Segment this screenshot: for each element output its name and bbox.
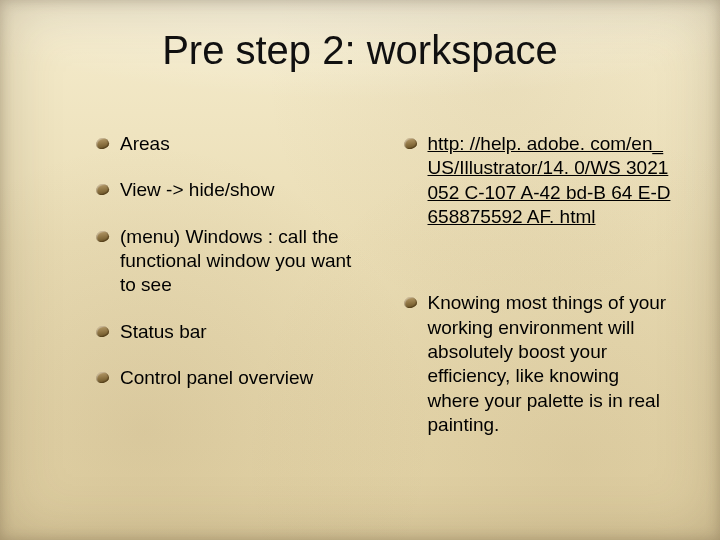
list-item-label: Areas xyxy=(120,133,170,154)
left-bullet-list: Areas View -> hide/show (menu) Windows :… xyxy=(96,132,356,390)
list-item: View -> hide/show xyxy=(96,178,356,202)
slide: Pre step 2: workspace Areas View -> hide… xyxy=(0,0,720,540)
list-item: (menu) Windows : call the functional win… xyxy=(96,225,356,298)
slide-title: Pre step 2: workspace xyxy=(0,28,720,73)
help-link[interactable]: http: //help. adobe. com/en_US/Illustrat… xyxy=(428,133,671,227)
left-column: Areas View -> hide/show (menu) Windows :… xyxy=(96,132,356,510)
note-text: Knowing most things of your working envi… xyxy=(428,292,667,435)
list-item: Knowing most things of your working envi… xyxy=(404,291,676,437)
list-item-label: Status bar xyxy=(120,321,207,342)
list-item-label: (menu) Windows : call the functional win… xyxy=(120,226,351,296)
content-columns: Areas View -> hide/show (menu) Windows :… xyxy=(96,132,676,510)
list-item-label: Control panel overview xyxy=(120,367,313,388)
list-item: Areas xyxy=(96,132,356,156)
right-bullet-list: http: //help. adobe. com/en_US/Illustrat… xyxy=(404,132,676,437)
list-item: Control panel overview xyxy=(96,366,356,390)
right-column: http: //help. adobe. com/en_US/Illustrat… xyxy=(404,132,676,510)
list-item: Status bar xyxy=(96,320,356,344)
list-item: http: //help. adobe. com/en_US/Illustrat… xyxy=(404,132,676,229)
list-item-label: View -> hide/show xyxy=(120,179,274,200)
